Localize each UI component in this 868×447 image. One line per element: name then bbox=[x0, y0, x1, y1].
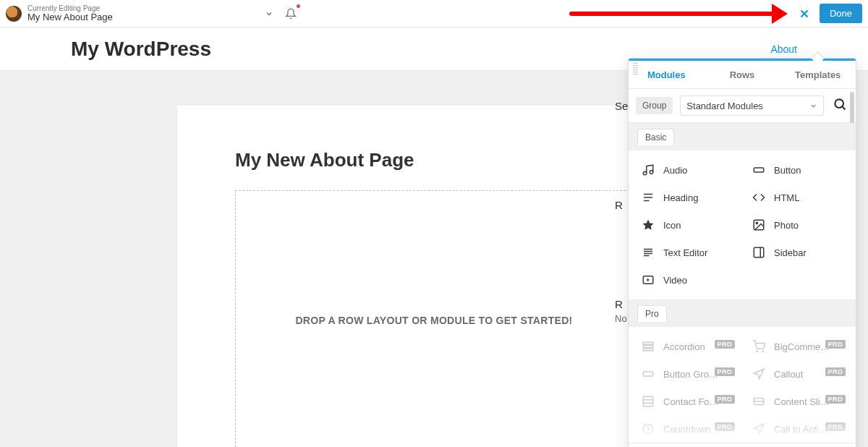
module-button-gro-[interactable]: Button Gro…PRO bbox=[631, 360, 742, 388]
group-label: Group bbox=[636, 97, 673, 114]
svg-point-24 bbox=[757, 351, 758, 352]
svg-point-25 bbox=[762, 351, 764, 352]
pro-badge: PRO bbox=[715, 340, 735, 349]
panel-tabs: Modules Rows Templates bbox=[629, 61, 856, 89]
module-bigcomme-[interactable]: BigComme…PRO bbox=[742, 333, 853, 360]
svg-line-3 bbox=[843, 107, 846, 110]
module-contact-fo-[interactable]: Contact Fo…PRO bbox=[631, 388, 742, 415]
close-panel-icon[interactable] bbox=[795, 4, 814, 23]
svg-marker-10 bbox=[643, 220, 654, 230]
top-toolbar: Currently Editing Page My New About Page… bbox=[0, 0, 868, 27]
obscured-sidebar-text: Se R R No bbox=[615, 100, 628, 324]
tutorial-arrow-annotation bbox=[569, 7, 786, 20]
page-heading: My New About Page bbox=[235, 149, 633, 171]
page-dropdown-chevron-icon[interactable] bbox=[262, 7, 276, 21]
svg-point-4 bbox=[643, 171, 647, 175]
section-basic-header: Basic bbox=[629, 123, 856, 150]
svg-rect-6 bbox=[754, 168, 764, 172]
page-title-block[interactable]: Currently Editing Page My New About Page bbox=[27, 4, 113, 22]
page-area: My WordPress About Se R R No My New Abou… bbox=[0, 27, 868, 447]
pro-badge: PRO bbox=[715, 395, 735, 404]
svg-point-5 bbox=[650, 171, 653, 174]
pro-badge: PRO bbox=[825, 340, 846, 349]
section-pro-header: Pro bbox=[629, 299, 856, 327]
module-icon[interactable]: Icon bbox=[631, 211, 742, 239]
pro-badge: PRO bbox=[825, 395, 846, 404]
svg-rect-27 bbox=[643, 396, 653, 406]
module-audio[interactable]: Audio bbox=[631, 156, 742, 184]
svg-rect-26 bbox=[643, 372, 653, 376]
tab-templates[interactable]: Templates bbox=[780, 61, 856, 88]
search-icon[interactable] bbox=[831, 95, 848, 116]
chevron-down-icon bbox=[809, 102, 817, 110]
modules-panel: Modules Rows Templates Group Standard Mo… bbox=[628, 58, 856, 447]
pro-badge: PRO bbox=[825, 367, 846, 376]
svg-point-12 bbox=[756, 222, 757, 224]
module-callout[interactable]: CalloutPRO bbox=[742, 360, 853, 388]
pro-badge: PRO bbox=[715, 422, 735, 431]
page-canvas: My New About Page DROP A ROW LAYOUT OR M… bbox=[177, 106, 691, 447]
module-call-to-acti-[interactable]: Call to Acti…PRO bbox=[742, 415, 853, 442]
svg-rect-21 bbox=[643, 342, 653, 344]
basic-modules-grid: AudioButtonHeadingHTMLIconPhotoText Edit… bbox=[629, 150, 856, 299]
pro-modules-grid: AccordionPROBigComme…PROButton Gro…PROCa… bbox=[629, 327, 856, 442]
tab-modules[interactable]: Modules bbox=[629, 61, 705, 88]
module-html[interactable]: HTML bbox=[742, 184, 853, 211]
svg-point-2 bbox=[835, 100, 843, 108]
app-logo bbox=[6, 6, 22, 22]
nav-link-about[interactable]: About bbox=[770, 43, 797, 55]
module-content-sli-[interactable]: Content Sli…PRO bbox=[742, 388, 853, 415]
tab-rows[interactable]: Rows bbox=[705, 61, 780, 88]
group-select[interactable]: Standard Modules bbox=[680, 95, 824, 116]
editing-page-title: My New About Page bbox=[27, 12, 113, 22]
site-title: My WordPress bbox=[71, 38, 211, 61]
panel-filter-row: Group Standard Modules bbox=[629, 89, 856, 123]
panel-drag-handle-icon[interactable] bbox=[633, 63, 638, 74]
notifications-bell-icon[interactable] bbox=[282, 5, 299, 22]
pro-badge: PRO bbox=[825, 422, 846, 431]
svg-rect-22 bbox=[643, 346, 653, 348]
module-photo[interactable]: Photo bbox=[742, 211, 853, 239]
module-button[interactable]: Button bbox=[742, 156, 853, 184]
svg-rect-23 bbox=[643, 349, 653, 351]
svg-marker-20 bbox=[647, 278, 650, 282]
module-heading[interactable]: Heading bbox=[631, 184, 742, 211]
module-video[interactable]: Video bbox=[631, 266, 742, 294]
module-accordion[interactable]: AccordionPRO bbox=[631, 333, 742, 360]
site-nav: About bbox=[770, 43, 797, 55]
pro-badge: PRO bbox=[715, 367, 735, 376]
svg-rect-17 bbox=[754, 247, 764, 257]
module-sidebar[interactable]: Sidebar bbox=[742, 239, 853, 266]
empty-dropzone[interactable]: DROP A ROW LAYOUT OR MODULE TO GET START… bbox=[235, 190, 633, 447]
done-button[interactable]: Done bbox=[820, 4, 862, 23]
group-select-value: Standard Modules bbox=[686, 101, 763, 111]
module-text-editor[interactable]: Text Editor bbox=[631, 239, 742, 266]
module-countdown[interactable]: CountdownPRO bbox=[631, 415, 742, 442]
panel-expand-footer[interactable] bbox=[629, 443, 856, 447]
